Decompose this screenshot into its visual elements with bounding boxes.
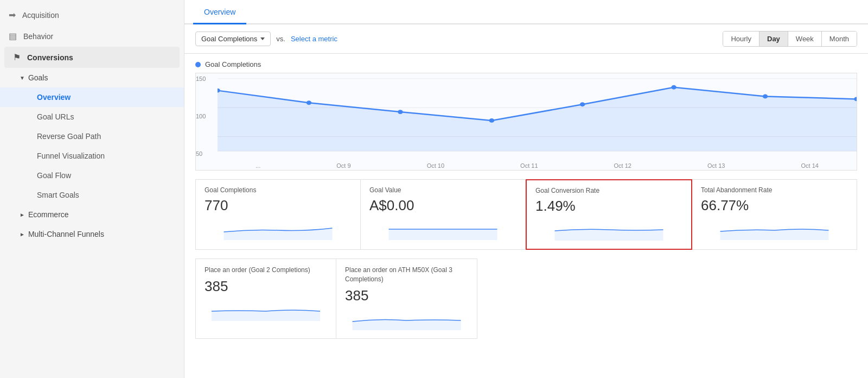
sidebar-label-conversions: Conversions bbox=[27, 53, 73, 62]
sidebar-label-smart-goals: Smart Goals bbox=[37, 191, 79, 199]
metric-value-abandonment-rate: 66.77% bbox=[701, 197, 848, 214]
bottom-metrics: Place an order (Goal 2 Completions) 385 … bbox=[184, 259, 868, 348]
metric-dropdown[interactable]: Goal Completions bbox=[195, 32, 271, 46]
toolbar: Goal Completions vs. Select a metric Hou… bbox=[184, 24, 868, 54]
acquisition-icon: ➡ bbox=[9, 10, 16, 20]
sidebar-label-goals: Goals bbox=[28, 73, 48, 82]
metric-card-abandonment-rate: Total Abandonment Rate 66.77% bbox=[692, 179, 857, 250]
conversions-icon: ⚑ bbox=[13, 52, 21, 62]
metric-value-goal-conversion-rate: 1.49% bbox=[535, 198, 682, 215]
bottom-metric-value-goal2: 385 bbox=[205, 278, 327, 295]
mini-chart-goal-value bbox=[369, 218, 516, 240]
tab-bar: Overview bbox=[184, 0, 868, 24]
svg-point-6 bbox=[398, 110, 403, 114]
x-label-oct14: Oct 14 bbox=[801, 162, 819, 169]
sidebar-item-goal-flow[interactable]: Goal Flow bbox=[0, 166, 184, 185]
chart-y-labels: 150 100 50 bbox=[196, 73, 218, 159]
chart-x-labels: ... Oct 9 Oct 10 Oct 11 Oct 12 Oct 13 Oc… bbox=[218, 161, 857, 170]
sidebar-label-goal-flow: Goal Flow bbox=[37, 171, 71, 180]
tab-overview[interactable]: Overview bbox=[193, 0, 246, 24]
x-label-oct9: Oct 9 bbox=[336, 162, 350, 169]
chart-legend-label: Goal Completions bbox=[205, 60, 261, 68]
metric-value-goal-value: A$0.00 bbox=[369, 197, 516, 214]
sidebar-label-ecommerce: Ecommerce bbox=[28, 210, 69, 219]
main-content: Overview Goal Completions vs. Select a m… bbox=[184, 0, 868, 378]
time-period-buttons: Hourly Day Week Month bbox=[723, 31, 857, 47]
sidebar-label-behavior: Behavior bbox=[23, 32, 53, 41]
sidebar-item-overview[interactable]: Overview bbox=[0, 87, 184, 107]
bottom-metric-value-goal3: 385 bbox=[345, 287, 468, 304]
sidebar: ➡ Acquisition ▤ Behavior ⚑ Conversions ▼… bbox=[0, 0, 184, 378]
chart-area: Goal Completions 150 100 50 bbox=[184, 54, 868, 171]
mini-chart-goal-conversion-rate bbox=[535, 219, 682, 241]
month-button[interactable]: Month bbox=[822, 32, 857, 46]
mini-chart-abandonment-rate bbox=[701, 218, 848, 240]
metric-card-goal-conversion-rate: Goal Conversion Rate 1.49% bbox=[526, 179, 692, 250]
x-label-oct10: Oct 10 bbox=[427, 162, 444, 169]
x-label-oct11: Oct 11 bbox=[520, 162, 538, 169]
svg-point-5 bbox=[307, 100, 311, 105]
sidebar-item-smart-goals[interactable]: Smart Goals bbox=[0, 185, 184, 205]
bottom-mini-chart-goal2 bbox=[205, 299, 327, 321]
bottom-metric-goal3: Place an order on ATH M50X (Goal 3 Compl… bbox=[336, 259, 477, 339]
y-label-100: 100 bbox=[196, 113, 218, 119]
metric-title-abandonment-rate: Total Abandonment Rate bbox=[701, 186, 848, 194]
vs-label: vs. bbox=[276, 35, 285, 43]
sidebar-label-reverse-goal-path: Reverse Goal Path bbox=[37, 132, 101, 141]
x-label-dots: ... bbox=[256, 162, 260, 169]
metric-dropdown-label: Goal Completions bbox=[201, 35, 257, 43]
metric-value-goal-completions: 770 bbox=[205, 197, 352, 214]
metric-card-goal-completions: Goal Completions 770 bbox=[195, 179, 361, 250]
ecommerce-expand-icon: ► bbox=[20, 212, 25, 218]
svg-point-10 bbox=[763, 94, 768, 99]
metric-title-goal-completions: Goal Completions bbox=[205, 186, 352, 194]
line-chart-svg bbox=[218, 73, 857, 159]
svg-point-8 bbox=[580, 102, 585, 106]
sidebar-label-funnel-visualization: Funnel Visualization bbox=[37, 152, 105, 160]
bottom-mini-chart-goal3 bbox=[345, 308, 468, 330]
mini-chart-goal-completions bbox=[205, 218, 352, 240]
sidebar-item-behavior[interactable]: ▤ Behavior bbox=[0, 26, 184, 47]
sidebar-item-reverse-goal-path[interactable]: Reverse Goal Path bbox=[0, 127, 184, 146]
multi-channel-expand-icon: ► bbox=[20, 231, 25, 237]
bottom-metric-title-goal3: Place an order on ATH M50X (Goal 3 Compl… bbox=[345, 266, 468, 284]
svg-point-9 bbox=[671, 85, 676, 90]
goals-expand-icon: ▼ bbox=[20, 75, 25, 81]
sidebar-label-acquisition: Acquisition bbox=[22, 11, 59, 20]
bottom-metric-title-goal2: Place an order (Goal 2 Completions) bbox=[205, 266, 327, 275]
metric-title-goal-value: Goal Value bbox=[369, 186, 516, 194]
sidebar-item-goals[interactable]: ▼ Goals bbox=[0, 68, 184, 87]
day-button[interactable]: Day bbox=[760, 32, 788, 46]
chart-container: 150 100 50 bbox=[195, 73, 857, 171]
metric-card-goal-value: Goal Value A$0.00 bbox=[361, 179, 526, 250]
sidebar-item-goal-urls[interactable]: Goal URLs bbox=[0, 107, 184, 127]
sidebar-item-multi-channel[interactable]: ► Multi-Channel Funnels bbox=[0, 224, 184, 244]
sidebar-label-overview: Overview bbox=[37, 93, 71, 102]
y-label-50: 50 bbox=[196, 150, 218, 157]
metric-title-goal-conversion-rate: Goal Conversion Rate bbox=[535, 187, 682, 194]
sidebar-item-funnel-visualization[interactable]: Funnel Visualization bbox=[0, 146, 184, 166]
hourly-button[interactable]: Hourly bbox=[723, 32, 760, 46]
x-label-oct12: Oct 12 bbox=[614, 162, 631, 169]
sidebar-item-acquisition[interactable]: ➡ Acquisition bbox=[0, 4, 184, 26]
x-label-oct13: Oct 13 bbox=[707, 162, 725, 169]
svg-point-7 bbox=[489, 118, 494, 123]
sidebar-label-multi-channel: Multi-Channel Funnels bbox=[28, 230, 104, 238]
week-button[interactable]: Week bbox=[788, 32, 822, 46]
metrics-grid: Goal Completions 770 Goal Value A$0.00 G… bbox=[184, 171, 868, 259]
dropdown-arrow-icon bbox=[260, 37, 265, 40]
sidebar-item-conversions[interactable]: ⚑ Conversions bbox=[4, 47, 180, 68]
legend-dot bbox=[195, 62, 201, 67]
y-label-150: 150 bbox=[196, 75, 218, 82]
bottom-metric-goal2: Place an order (Goal 2 Completions) 385 bbox=[195, 259, 336, 339]
chart-legend: Goal Completions bbox=[195, 60, 857, 68]
sidebar-label-goal-urls: Goal URLs bbox=[37, 112, 74, 121]
sidebar-item-ecommerce[interactable]: ► Ecommerce bbox=[0, 205, 184, 224]
select-metric-link[interactable]: Select a metric bbox=[291, 35, 337, 43]
behavior-icon: ▤ bbox=[9, 31, 17, 41]
